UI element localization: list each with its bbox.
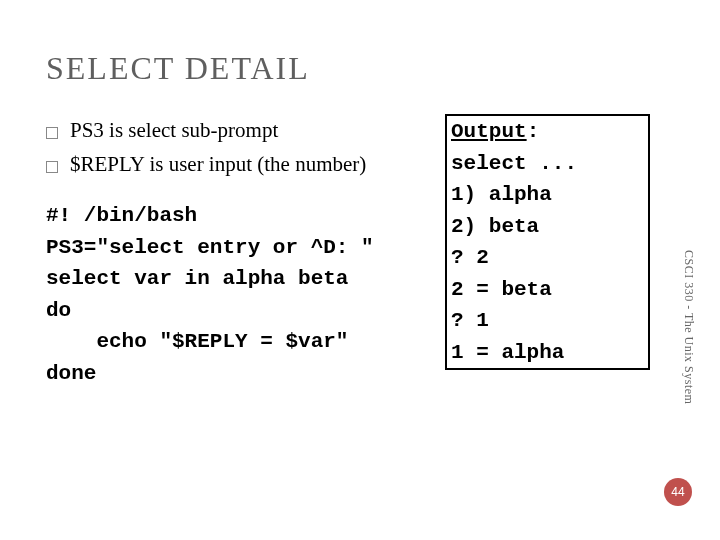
code-line: select var in alpha beta <box>46 263 446 295</box>
slide: SELECT DETAIL PS3 is select sub-prompt $… <box>0 0 720 540</box>
bullet-icon <box>46 127 58 139</box>
output-line: 2) beta <box>451 211 644 243</box>
side-note: CSCI 330 - The Unix System <box>681 250 696 404</box>
output-box: Output: select ... 1) alpha 2) beta ? 2 … <box>445 114 650 370</box>
page-number-badge: 44 <box>664 478 692 506</box>
code-block: #! /bin/bash PS3="select entry or ^D: " … <box>46 200 446 389</box>
output-line: select ... <box>451 148 644 180</box>
bullet-icon <box>46 161 58 173</box>
output-line: ? 2 <box>451 242 644 274</box>
code-line: done <box>46 358 446 390</box>
page-number: 44 <box>671 485 684 499</box>
code-line: do <box>46 295 446 327</box>
output-colon: : <box>527 120 540 143</box>
slide-title: SELECT DETAIL <box>46 50 310 87</box>
bullet-list: PS3 is select sub-prompt $REPLY is user … <box>46 115 426 184</box>
output-label: Output <box>451 120 527 143</box>
output-line: 1) alpha <box>451 179 644 211</box>
code-line: #! /bin/bash <box>46 200 446 232</box>
code-line: PS3="select entry or ^D: " <box>46 232 446 264</box>
code-line: echo "$REPLY = $var" <box>46 326 446 358</box>
bullet-text: $REPLY is user input (the number) <box>70 149 366 179</box>
output-line: 1 = alpha <box>451 337 644 369</box>
output-header: Output: <box>451 116 644 148</box>
output-line: ? 1 <box>451 305 644 337</box>
output-line: 2 = beta <box>451 274 644 306</box>
list-item: PS3 is select sub-prompt <box>46 115 426 145</box>
bullet-text: PS3 is select sub-prompt <box>70 115 278 145</box>
list-item: $REPLY is user input (the number) <box>46 149 426 179</box>
